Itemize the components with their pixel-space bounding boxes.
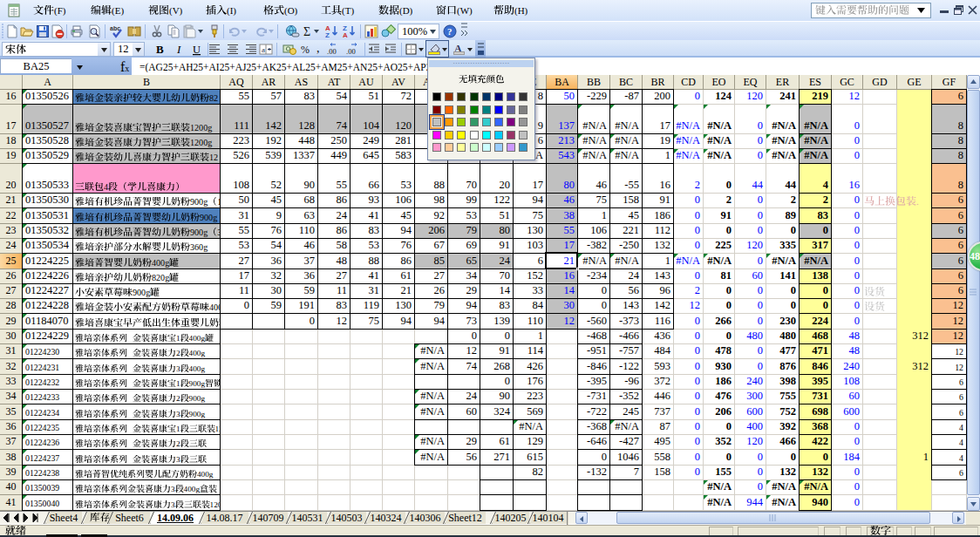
svg-text:U: U bbox=[193, 44, 201, 56]
svg-text:B: B bbox=[156, 43, 164, 56]
svg-text:I: I bbox=[176, 43, 181, 56]
svg-text:A: A bbox=[343, 31, 348, 38]
svg-text:.00: .00 bbox=[327, 47, 337, 56]
svg-text:a: a bbox=[262, 45, 265, 54]
svg-text:abc: abc bbox=[110, 25, 120, 31]
svg-text:?: ? bbox=[447, 26, 453, 37]
svg-text:%: % bbox=[301, 44, 310, 56]
svg-text:,: , bbox=[316, 43, 320, 55]
svg-text:Σ: Σ bbox=[303, 25, 310, 38]
svg-text:Z: Z bbox=[325, 31, 330, 38]
svg-text:.00: .00 bbox=[346, 47, 356, 56]
